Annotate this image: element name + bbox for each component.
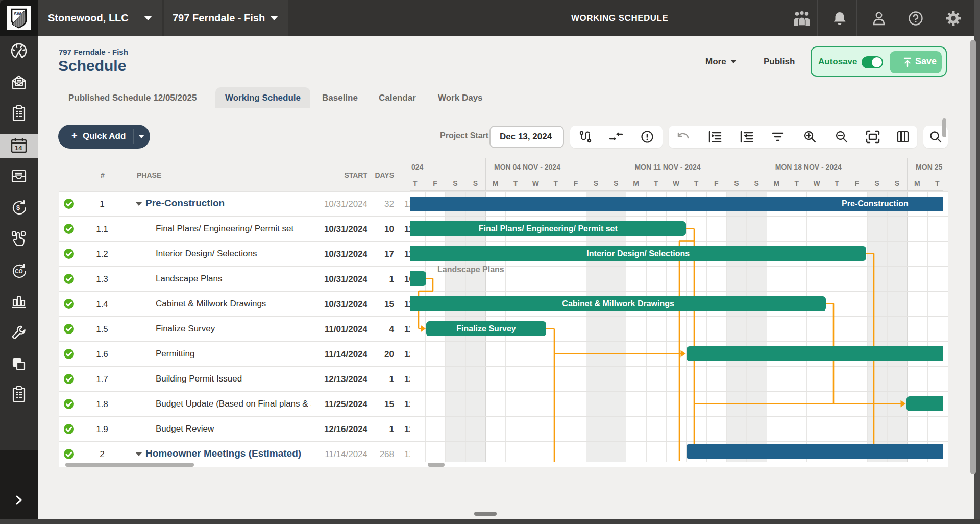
svg-text:14: 14 <box>15 144 22 152</box>
svg-text:SW: SW <box>14 11 21 16</box>
svg-text:$: $ <box>16 204 20 211</box>
svg-text:CO: CO <box>15 269 23 274</box>
